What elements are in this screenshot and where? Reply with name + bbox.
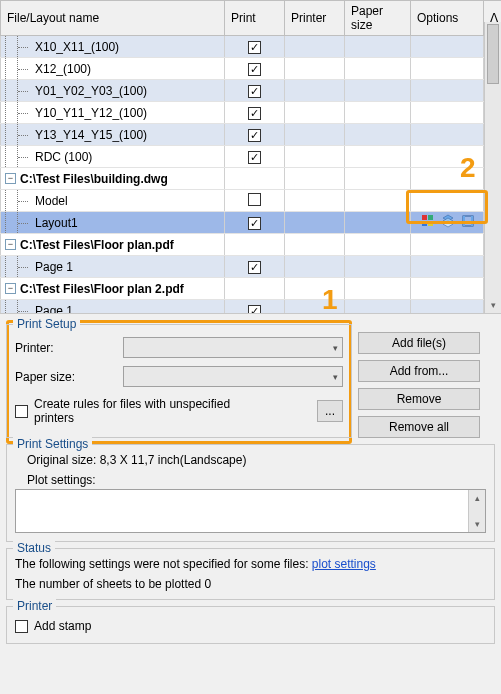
plot-settings-label: Plot settings: — [27, 473, 486, 487]
row-label: Model — [35, 194, 68, 208]
scroll-down-arrow[interactable]: ▾ — [485, 297, 501, 313]
table-row[interactable]: X10_X11_(100) — [1, 36, 502, 58]
status-group: Status The following settings were not s… — [6, 548, 495, 600]
table-row[interactable]: RDC (100) — [1, 146, 502, 168]
print-checkbox[interactable] — [248, 151, 261, 164]
row-label: Layout1 — [35, 216, 78, 230]
print-checkbox[interactable] — [248, 41, 261, 54]
group-label: C:\Test Files\building.dwg — [20, 172, 168, 186]
plot-settings-link[interactable]: plot settings — [312, 557, 376, 571]
add-stamp-checkbox[interactable] — [15, 620, 28, 633]
status-legend: Status — [13, 541, 55, 555]
svg-rect-1 — [428, 215, 433, 220]
add-from-button[interactable]: Add from... — [358, 360, 480, 382]
group-label: C:\Test Files\Floor plan 2.pdf — [20, 282, 184, 296]
row-label: RDC (100) — [35, 150, 92, 164]
svg-rect-5 — [463, 216, 465, 226]
color-props-icon[interactable] — [421, 214, 435, 231]
expander-icon[interactable]: − — [5, 239, 16, 250]
print-settings-legend: Print Settings — [13, 437, 92, 451]
table-header: File/Layout name Print Printer Paper siz… — [1, 1, 502, 36]
annotation-2: 2 — [460, 152, 476, 184]
row-label: X10_X11_(100) — [35, 40, 119, 54]
print-setup-group: Print Setup Printer: ▾ Paper size: ▾ Cre… — [6, 324, 352, 438]
table-row[interactable]: Page 1 — [1, 256, 502, 278]
table-row[interactable]: Page 1 — [1, 300, 502, 315]
table-row[interactable]: Y10_Y11_Y12_(100) — [1, 102, 502, 124]
row-label: Page 1 — [35, 260, 73, 274]
remove-button[interactable]: Remove — [358, 388, 480, 410]
table-row[interactable]: Y13_Y14_Y15_(100) — [1, 124, 502, 146]
row-label: Page 1 — [35, 304, 73, 315]
printer-combo[interactable]: ▾ — [123, 337, 343, 358]
paper-size-label: Paper size: — [15, 370, 115, 384]
print-checkbox[interactable] — [248, 129, 261, 142]
status-line2: The number of sheets to be plotted 0 — [15, 577, 486, 591]
print-checkbox[interactable] — [248, 305, 261, 315]
print-checkbox[interactable] — [248, 193, 261, 206]
print-checkbox[interactable] — [248, 85, 261, 98]
table-row-group[interactable]: −C:\Test Files\building.dwg — [1, 168, 502, 190]
table-row-group[interactable]: −C:\Test Files\Floor plan 2.pdf — [1, 278, 502, 300]
film-icon[interactable] — [461, 214, 475, 231]
table-row[interactable]: X12_(100) — [1, 58, 502, 80]
remove-all-button[interactable]: Remove all — [358, 416, 480, 438]
col-header-paper[interactable]: Paper size — [345, 1, 411, 36]
row-label: Y10_Y11_Y12_(100) — [35, 106, 147, 120]
svg-rect-0 — [422, 215, 427, 220]
annotation-1: 1 — [322, 284, 338, 316]
col-header-printer[interactable]: Printer — [285, 1, 345, 36]
row-label: Y13_Y14_Y15_(100) — [35, 128, 147, 142]
print-setup-legend: Print Setup — [13, 317, 80, 331]
plot-settings-list[interactable]: ▴ ▾ — [15, 489, 486, 533]
print-checkbox[interactable] — [248, 217, 261, 230]
vertical-scrollbar[interactable]: ▾ — [484, 22, 501, 313]
chevron-down-icon: ▾ — [333, 372, 338, 382]
print-checkbox[interactable] — [248, 63, 261, 76]
printer-group: Printer Add stamp — [6, 606, 495, 644]
table-row[interactable]: Y01_Y02_Y03_(100) — [1, 80, 502, 102]
scroll-thumb[interactable] — [487, 24, 499, 84]
scroll-up-icon[interactable]: ▴ — [469, 490, 485, 506]
col-header-print[interactable]: Print — [225, 1, 285, 36]
scroll-down-icon[interactable]: ▾ — [469, 516, 485, 532]
table-row[interactable]: Layout1 — [1, 212, 502, 234]
printer-legend: Printer — [13, 599, 56, 613]
svg-rect-6 — [471, 216, 473, 226]
plot-settings-scrollbar[interactable]: ▴ ▾ — [468, 490, 485, 532]
original-size-text: Original size: 8,3 X 11,7 inch(Landscape… — [27, 453, 486, 467]
rules-ellipsis-button[interactable]: ... — [317, 400, 343, 422]
chevron-down-icon: ▾ — [333, 343, 338, 353]
create-rules-label: Create rules for files with unspecified … — [34, 397, 254, 425]
row-label: X12_(100) — [35, 62, 91, 76]
svg-rect-2 — [422, 221, 427, 226]
paper-size-combo[interactable]: ▾ — [123, 366, 343, 387]
add-stamp-label: Add stamp — [34, 619, 91, 633]
printer-label: Printer: — [15, 341, 115, 355]
create-rules-checkbox[interactable] — [15, 405, 28, 418]
layers-icon[interactable] — [441, 214, 455, 231]
table-row-group[interactable]: −C:\Test Files\Floor plan.pdf — [1, 234, 502, 256]
expander-icon[interactable]: − — [5, 173, 16, 184]
group-label: C:\Test Files\Floor plan.pdf — [20, 238, 174, 252]
status-line1: The following settings were not specifie… — [15, 557, 312, 571]
row-label: Y01_Y02_Y03_(100) — [35, 84, 147, 98]
print-settings-group: Print Settings Original size: 8,3 X 11,7… — [6, 444, 495, 542]
col-header-name[interactable]: File/Layout name — [1, 1, 225, 36]
svg-rect-3 — [428, 221, 433, 226]
add-files-button[interactable]: Add file(s) — [358, 332, 480, 354]
print-checkbox[interactable] — [248, 107, 261, 120]
col-header-options[interactable]: Options — [411, 1, 484, 36]
expander-icon[interactable]: − — [5, 283, 16, 294]
table-row[interactable]: Model — [1, 190, 502, 212]
print-checkbox[interactable] — [248, 261, 261, 274]
